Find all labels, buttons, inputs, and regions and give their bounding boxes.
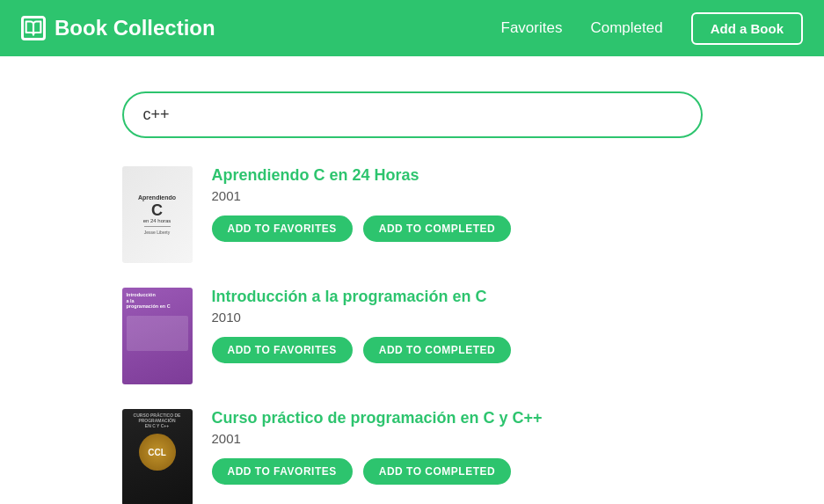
book-actions: ADD TO FAVORITES ADD TO COMPLETED [212,337,703,363]
book-title: Curso práctico de programación en C y C+… [212,409,703,427]
main-nav: Favorites Completed Add a Book [501,12,803,45]
nav-favorites[interactable]: Favorites [501,19,563,37]
book-cover: Aprendiendo C en 24 horas Jesse Liberty [122,166,193,263]
book-year: 2010 [212,310,703,325]
book-list: Aprendiendo C en 24 horas Jesse Liberty … [122,166,703,504]
add-to-completed-button[interactable]: ADD TO COMPLETED [363,337,511,363]
search-container [122,91,703,138]
app-title: Book Collection [55,16,215,40]
book-actions: ADD TO FAVORITES ADD TO COMPLETED [212,215,703,242]
book-info: Curso práctico de programación en C y C+… [212,409,703,485]
book-actions: ADD TO FAVORITES ADD TO COMPLETED [212,458,703,485]
app-header: Book Collection Favorites Completed Add … [0,0,824,56]
main-content: Aprendiendo C en 24 horas Jesse Liberty … [105,56,720,504]
logo: Book Collection [21,16,215,40]
add-to-favorites-button[interactable]: ADD TO FAVORITES [212,215,353,242]
nav-completed[interactable]: Completed [590,19,662,37]
add-to-favorites-button[interactable]: ADD TO FAVORITES [212,337,353,363]
book-title: Introducción a la programación en C [212,288,703,306]
logo-icon [21,16,46,40]
add-to-completed-button[interactable]: ADD TO COMPLETED [363,215,511,242]
book-year: 2001 [212,188,703,203]
book-cover: Introduccióna laprogramación en C [122,288,193,384]
book-info: Aprendiendo C en 24 Horas 2001 ADD TO FA… [212,166,703,242]
book-item: Introduccióna laprogramación en C Introd… [122,288,703,384]
add-to-favorites-button[interactable]: ADD TO FAVORITES [212,458,353,485]
book-cover: CURSO PRÁCTICO DEPROGRAMACIÓNEN C Y C++ … [122,409,193,504]
book-icon [25,19,42,37]
book-title: Aprendiendo C en 24 Horas [212,166,703,185]
search-input[interactable] [122,91,703,138]
book-item: Aprendiendo C en 24 horas Jesse Liberty … [122,166,703,263]
add-to-completed-button[interactable]: ADD TO COMPLETED [363,458,511,485]
book-info: Introducción a la programación en C 2010… [212,288,703,363]
book-year: 2001 [212,431,703,446]
add-book-button[interactable]: Add a Book [691,12,803,45]
book-item: CURSO PRÁCTICO DEPROGRAMACIÓNEN C Y C++ … [122,409,703,504]
